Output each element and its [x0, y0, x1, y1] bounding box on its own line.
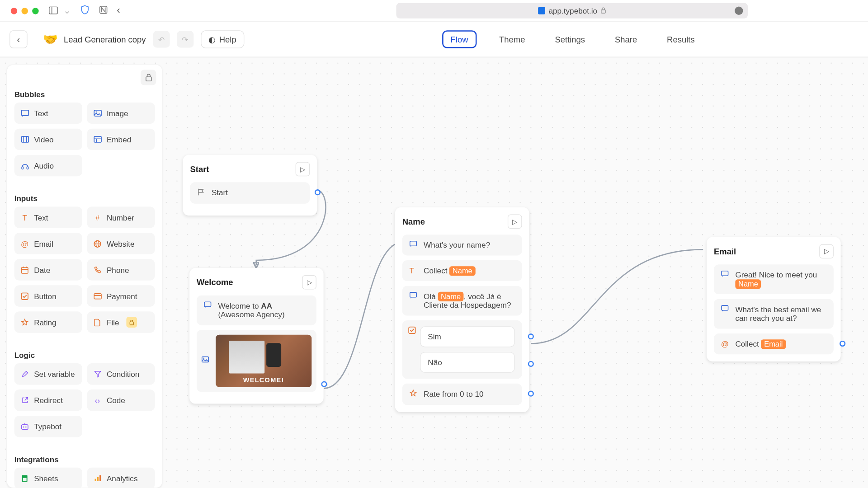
button-input[interactable]: Sim Não: [402, 320, 522, 379]
site-favicon: [538, 7, 545, 14]
globe-icon: [93, 239, 102, 248]
reader-icon[interactable]: [735, 6, 743, 14]
choice-nao[interactable]: Não: [420, 352, 515, 373]
tab-settings[interactable]: Settings: [548, 30, 592, 48]
input-website[interactable]: Website: [87, 233, 155, 254]
integr-sheets[interactable]: Sheets: [14, 468, 82, 488]
input-email[interactable]: @Email: [14, 233, 82, 254]
svg-rect-28: [21, 293, 28, 299]
analytics-icon: [93, 474, 102, 483]
bubble-text[interactable]: Text: [14, 103, 82, 124]
svg-rect-31: [130, 322, 133, 325]
project-emoji[interactable]: 🤝: [43, 32, 58, 47]
input-rating[interactable]: Rating: [14, 311, 82, 333]
logic-redir[interactable]: Redirect: [14, 389, 82, 411]
url-bar[interactable]: app.typebot.io: [396, 3, 748, 19]
flow-canvas[interactable]: Bubbles Text Image Video Embed Audio Inp…: [0, 58, 868, 488]
tab-share[interactable]: Share: [608, 30, 644, 48]
url-text: app.typebot.io: [548, 6, 597, 15]
app-header: ‹ 🤝 Lead Generation copy ↶ ↷ ◐Help Flow …: [0, 22, 868, 58]
play-button[interactable]: ▷: [302, 275, 316, 290]
text-bubble[interactable]: What's the best email we can reach you a…: [714, 299, 834, 329]
play-button[interactable]: ▷: [296, 162, 310, 176]
input-payment[interactable]: Payment: [87, 285, 155, 306]
start-block[interactable]: Start: [190, 182, 310, 203]
svg-rect-32: [21, 425, 28, 430]
svg-point-43: [203, 358, 204, 359]
maximize-traffic-light[interactable]: [32, 7, 38, 14]
phone-icon: [93, 265, 102, 274]
input-number[interactable]: #Number: [87, 206, 155, 228]
at-icon: @: [721, 339, 731, 348]
code-icon: ‹›: [93, 396, 102, 405]
email-input[interactable]: @Collect Email: [714, 333, 834, 354]
pencil-icon: [20, 370, 29, 379]
play-button[interactable]: ▷: [819, 244, 834, 258]
help-button[interactable]: ◐Help: [201, 30, 244, 48]
input-text[interactable]: TText: [14, 206, 82, 228]
text-bubble[interactable]: Welcome to AA (Awesome Agency): [197, 296, 316, 325]
input-button[interactable]: Button: [14, 285, 82, 306]
minimize-traffic-light[interactable]: [21, 7, 28, 14]
text-bubble[interactable]: What's your name?: [402, 235, 522, 255]
input-file[interactable]: File: [87, 311, 155, 333]
notion-icon[interactable]: [99, 5, 108, 16]
bubble-image[interactable]: Image: [87, 103, 155, 124]
rating-input[interactable]: Rate from 0 to 10: [402, 384, 522, 405]
redo-button[interactable]: ↷: [177, 31, 193, 48]
back-button[interactable]: ‹: [9, 30, 28, 48]
node-title: Welcome: [197, 277, 233, 287]
tab-theme[interactable]: Theme: [492, 30, 532, 48]
integr-analytics[interactable]: Analytics: [87, 468, 155, 488]
sidebar-icon[interactable]: [49, 6, 58, 16]
output-handle[interactable]: [321, 381, 327, 387]
group-integrations-label: Integrations: [14, 455, 155, 464]
bubble-video[interactable]: Video: [14, 129, 82, 150]
project-name[interactable]: Lead Generation copy: [64, 34, 146, 44]
node-start[interactable]: Start▷ Start: [183, 155, 317, 216]
file-icon: [93, 318, 102, 327]
image-preview: [216, 335, 311, 387]
check-icon: [20, 291, 29, 300]
sidebar-lock-button[interactable]: [141, 70, 156, 85]
image-bubble[interactable]: [197, 330, 316, 392]
input-phone[interactable]: Phone: [87, 259, 155, 280]
logic-typebot[interactable]: Typebot: [14, 416, 82, 437]
logic-cond[interactable]: Condition: [87, 363, 155, 385]
svg-rect-44: [410, 241, 416, 246]
shield-icon[interactable]: [81, 5, 89, 16]
pro-lock-icon: [126, 317, 137, 328]
text-bubble[interactable]: Olá Name, você Já é Cliente da Hospedage…: [402, 286, 522, 316]
svg-rect-46: [409, 327, 415, 333]
output-handle[interactable]: [315, 189, 321, 195]
star-icon: [20, 318, 29, 327]
image-icon: [201, 356, 211, 365]
logic-code[interactable]: ‹›Code: [87, 389, 155, 411]
play-button[interactable]: ▷: [508, 214, 522, 229]
bubble-embed[interactable]: Embed: [87, 129, 155, 150]
undo-button[interactable]: ↶: [153, 31, 170, 48]
output-handle[interactable]: [840, 341, 845, 347]
svg-rect-47: [722, 271, 728, 276]
chevron-down-icon[interactable]: ⌄: [63, 5, 71, 16]
bubble-audio[interactable]: Audio: [14, 155, 82, 176]
group-inputs-label: Inputs: [14, 194, 155, 203]
node-email[interactable]: Email▷ Great! Nice to meet you Name What…: [707, 237, 841, 361]
input-text[interactable]: TCollect Name: [402, 260, 522, 281]
output-handle[interactable]: [528, 333, 534, 339]
tab-results[interactable]: Results: [660, 30, 702, 48]
output-handle[interactable]: [528, 391, 534, 397]
close-traffic-light[interactable]: [11, 7, 17, 14]
choice-sim[interactable]: Sim: [420, 326, 515, 347]
svg-rect-0: [49, 6, 57, 14]
tab-flow[interactable]: Flow: [442, 30, 476, 48]
text-bubble[interactable]: Great! Nice to meet you Name: [714, 264, 834, 294]
back-icon[interactable]: ‹: [117, 5, 120, 17]
logic-setvar[interactable]: Set variable: [14, 363, 82, 385]
input-date[interactable]: Date: [14, 259, 82, 280]
flag-icon: [197, 188, 207, 197]
node-name[interactable]: Name▷ What's your name? TCollect Name Ol…: [395, 207, 529, 412]
node-welcome[interactable]: Welcome▷ Welcome to AA (Awesome Agency): [189, 268, 324, 404]
output-handle[interactable]: [528, 361, 534, 367]
svg-rect-16: [94, 136, 101, 142]
